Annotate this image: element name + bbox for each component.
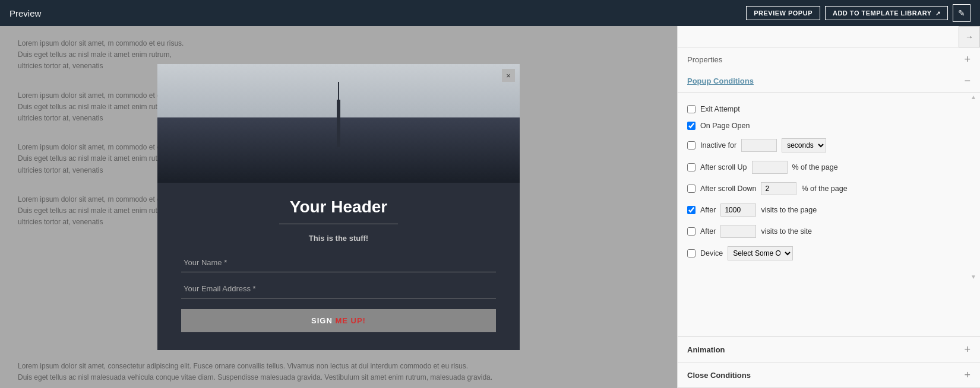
condition-scroll-down: After scroll Down % of the page [687,182,970,195]
inactive-for-select[interactable]: seconds minutes [782,138,826,152]
popup-name-input[interactable] [181,253,496,272]
conditions-scroll: ▲ Exit Attempt On Page Open Inactive for [678,93,980,336]
popup-modal: × Your Header This is the stuff! SIGN ME… [157,64,520,350]
topbar-title: Preview [10,8,746,18]
properties-header: Properties + [678,47,980,69]
arrow-right-icon: → [965,32,973,42]
edit-button[interactable]: ✎ [953,4,970,22]
exit-attempt-checkbox[interactable] [687,105,696,113]
condition-device: Device Select Some Opti [687,246,970,260]
popup-divider [279,224,398,224]
device-select[interactable]: Select Some Opti [728,246,793,260]
on-page-open-checkbox[interactable] [687,122,696,130]
inactive-for-label: Inactive for [700,141,736,150]
animation-plus[interactable]: + [964,344,970,355]
main-layout: Lorem ipsum dolor sit amet, m commodo et… [0,26,980,388]
popup-email-input[interactable] [181,279,496,298]
scroll-up-suffix: % of the page [792,163,838,171]
popup-conditions-header: Popup Conditions − [678,69,980,93]
popup-conditions-title[interactable]: Popup Conditions [687,77,754,85]
preview-popup-button[interactable]: PREVIEW POPUP [746,6,820,20]
conditions-list: Exit Attempt On Page Open Inactive for s… [678,100,980,273]
animation-label: Animation [687,345,725,354]
visits-site-after-label: After [700,227,716,236]
device-checkbox[interactable] [687,249,696,257]
right-panel: → Properties + Popup Conditions − ▲ Exit… [677,26,980,388]
popup-content: Your Header This is the stuff! SIGN ME U… [157,183,520,350]
exit-attempt-label: Exit Attempt [700,105,740,113]
popup-close-button[interactable]: × [502,69,515,82]
visits-page-after-label: After [700,206,716,214]
popup-conditions-toggle[interactable]: − [964,75,970,86]
scroll-up-label: After scroll Up [700,163,747,171]
topbar: Preview PREVIEW POPUP ADD TO TEMPLATE LI… [0,0,980,26]
animation-section-header: Animation + [678,337,980,362]
topbar-buttons: PREVIEW POPUP ADD TO TEMPLATE LIBRARY ↗ … [746,4,970,22]
popup-tower [337,100,340,147]
on-page-open-label: On Page Open [700,122,750,130]
add-template-button[interactable]: ADD TO TEMPLATE LIBRARY ↗ [825,6,948,20]
properties-label: Properties [687,55,722,64]
popup-image: × [157,64,520,183]
visits-site-suffix: visits to the site [761,227,811,236]
close-conditions-label: Close Conditions [687,371,751,380]
scroll-up-input[interactable] [752,161,788,174]
preview-area: Lorem ipsum dolor sit amet, m commodo et… [0,26,677,388]
add-template-label: ADD TO TEMPLATE LIBRARY [833,9,932,17]
scroll-down-input[interactable] [761,182,796,195]
scroll-down-checkbox[interactable] [687,185,696,193]
popup-header: Your Header [181,198,496,217]
scroll-down-label: After scroll Down [700,185,756,193]
bottom-sections: Animation + Close Conditions + [678,336,980,388]
condition-visits-site: After visits to the site [687,225,970,238]
visits-page-suffix: visits to the page [761,206,817,214]
popup-subtext: This is the stuff! [181,234,496,243]
visits-page-input[interactable] [720,203,756,217]
scroll-down-arrow[interactable]: ▼ [678,273,980,281]
popup-signup-button[interactable]: SIGN ME UP! [181,309,496,332]
panel-top: → [678,26,980,47]
close-conditions-plus[interactable]: + [964,370,970,380]
scroll-up-arrow[interactable]: ▲ [678,93,980,100]
condition-on-page-open: On Page Open [687,122,970,130]
inactive-for-input[interactable] [741,139,777,152]
external-link-icon: ↗ [935,10,941,17]
visits-page-checkbox[interactable] [687,206,696,214]
inactive-for-checkbox[interactable] [687,141,696,150]
visits-site-checkbox[interactable] [687,227,696,236]
scroll-down-suffix: % of the page [801,185,847,193]
condition-exit-attempt: Exit Attempt [687,105,970,113]
properties-add-button[interactable]: + [964,53,970,66]
condition-inactive-for: Inactive for seconds minutes [687,138,970,152]
condition-visits-page: After visits to the page [687,203,970,217]
close-conditions-section-header: Close Conditions + [678,362,980,388]
condition-scroll-up: After scroll Up % of the page [687,161,970,174]
panel-arrow-button[interactable]: → [959,26,980,47]
device-label: Device [700,249,723,257]
visits-site-input[interactable] [720,225,756,238]
scroll-up-checkbox[interactable] [687,163,696,171]
